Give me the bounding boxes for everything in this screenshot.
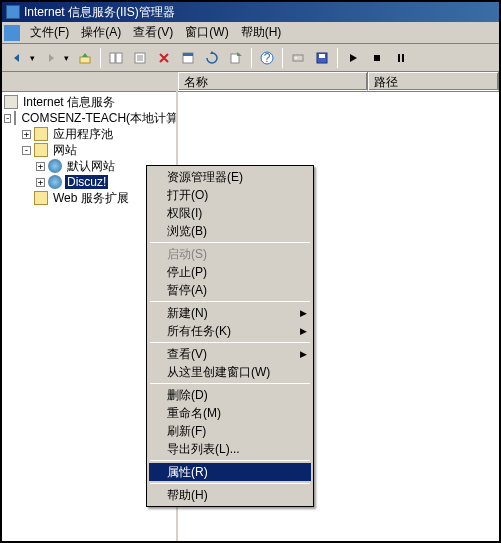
up-button[interactable] (74, 47, 96, 69)
export-button[interactable] (225, 47, 247, 69)
pause-button[interactable] (390, 47, 412, 69)
cm-permissions[interactable]: 权限(I) (149, 204, 311, 222)
properties-button[interactable] (129, 47, 151, 69)
back-dropdown[interactable]: ▾ (30, 53, 38, 63)
app-icon (6, 5, 20, 19)
svg-text:?: ? (264, 51, 271, 65)
expander-icon[interactable]: + (36, 178, 45, 187)
cm-view[interactable]: 查看(V)▶ (149, 345, 311, 363)
delete-button[interactable] (153, 47, 175, 69)
svg-rect-1 (110, 53, 115, 63)
cm-separator (150, 242, 310, 243)
window-title: Internet 信息服务(IIS)管理器 (24, 4, 175, 21)
computer-icon (14, 111, 16, 125)
tree-websites-label: 网站 (51, 142, 79, 159)
back-button[interactable] (6, 47, 28, 69)
toolbar-sep (251, 48, 252, 68)
cm-explorer[interactable]: 资源管理器(E) (149, 168, 311, 186)
cm-start: 启动(S) (149, 245, 311, 263)
cm-new-window[interactable]: 从这里创建窗口(W) (149, 363, 311, 381)
menu-file[interactable]: 文件(F) (24, 22, 75, 43)
svg-rect-12 (293, 55, 303, 61)
toolbar-sep (337, 48, 338, 68)
expander-icon[interactable]: - (22, 146, 31, 155)
toolbar-sep (100, 48, 101, 68)
menu-help[interactable]: 帮助(H) (235, 22, 288, 43)
start-button[interactable] (342, 47, 364, 69)
cm-open[interactable]: 打开(O) (149, 186, 311, 204)
cm-properties[interactable]: 属性(R) (149, 463, 311, 481)
svg-rect-18 (402, 54, 404, 62)
submenu-arrow-icon: ▶ (300, 308, 307, 318)
svg-rect-17 (398, 54, 400, 62)
tree-web-ext-label: Web 服务扩展 (51, 190, 131, 207)
svg-point-13 (295, 57, 297, 59)
cm-pause[interactable]: 暂停(A) (149, 281, 311, 299)
tree-header (2, 72, 176, 92)
menu-bar: 文件(F) 操作(A) 查看(V) 窗口(W) 帮助(H) (2, 22, 499, 44)
help-button[interactable]: ? (256, 47, 278, 69)
expander-icon[interactable]: - (4, 114, 11, 123)
globe-icon (48, 159, 62, 173)
cm-delete[interactable]: 删除(D) (149, 386, 311, 404)
cm-rename[interactable]: 重命名(M) (149, 404, 311, 422)
toolbar: ▾ ▾ ? (2, 44, 499, 72)
cm-help[interactable]: 帮助(H) (149, 486, 311, 504)
forward-button[interactable] (40, 47, 62, 69)
svg-rect-16 (374, 55, 380, 61)
globe-stopped-icon (48, 175, 62, 189)
show-hide-tree-button[interactable] (105, 47, 127, 69)
cm-browse[interactable]: 浏览(B) (149, 222, 311, 240)
connect-button[interactable] (287, 47, 309, 69)
cm-separator (150, 301, 310, 302)
tree-app-pool[interactable]: + 应用程序池 (4, 126, 174, 142)
cm-new[interactable]: 新建(N)▶ (149, 304, 311, 322)
save-config-button[interactable] (311, 47, 333, 69)
toolbar-sep (282, 48, 283, 68)
svg-rect-2 (116, 53, 122, 63)
folder-icon (34, 143, 48, 157)
expander-icon[interactable]: + (22, 130, 31, 139)
svg-rect-15 (319, 54, 325, 58)
tree-app-pool-label: 应用程序池 (51, 126, 115, 143)
stop-button[interactable] (366, 47, 388, 69)
refresh-button[interactable] (201, 47, 223, 69)
cm-separator (150, 342, 310, 343)
col-name[interactable]: 名称 (178, 72, 368, 91)
submenu-arrow-icon: ▶ (300, 349, 307, 359)
folder-icon (34, 191, 48, 205)
forward-dropdown[interactable]: ▾ (64, 53, 72, 63)
cm-separator (150, 383, 310, 384)
svg-rect-0 (80, 57, 90, 63)
context-menu: 资源管理器(E) 打开(O) 权限(I) 浏览(B) 启动(S) 停止(P) 暂… (146, 165, 314, 507)
menu-action[interactable]: 操作(A) (75, 22, 127, 43)
tree-default-site-label: 默认网站 (65, 158, 117, 175)
svg-rect-8 (183, 53, 193, 56)
col-path[interactable]: 路径 (368, 72, 499, 91)
cm-all-tasks[interactable]: 所有任务(K)▶ (149, 322, 311, 340)
tree-computer-label: COMSENZ-TEACH(本地计算 (19, 110, 178, 127)
submenu-arrow-icon: ▶ (300, 326, 307, 336)
expander-icon[interactable]: + (36, 162, 45, 171)
tree-discuz-label: Discuz! (65, 175, 108, 189)
tree-computer[interactable]: - COMSENZ-TEACH(本地计算 (4, 110, 174, 126)
menu-view[interactable]: 查看(V) (127, 22, 179, 43)
server-icon (4, 95, 18, 109)
menu-window[interactable]: 窗口(W) (179, 22, 234, 43)
menu-app-icon (4, 25, 20, 41)
cm-stop[interactable]: 停止(P) (149, 263, 311, 281)
cm-refresh[interactable]: 刷新(F) (149, 422, 311, 440)
folder-icon (34, 127, 48, 141)
tree-root[interactable]: Internet 信息服务 (4, 94, 174, 110)
title-bar: Internet 信息服务(IIS)管理器 (2, 2, 499, 22)
tree-root-label: Internet 信息服务 (21, 94, 117, 111)
list-header: 名称 路径 (178, 72, 499, 92)
cm-export-list[interactable]: 导出列表(L)... (149, 440, 311, 458)
cm-separator (150, 483, 310, 484)
cm-separator (150, 460, 310, 461)
tree-websites[interactable]: - 网站 (4, 142, 174, 158)
props2-button[interactable] (177, 47, 199, 69)
